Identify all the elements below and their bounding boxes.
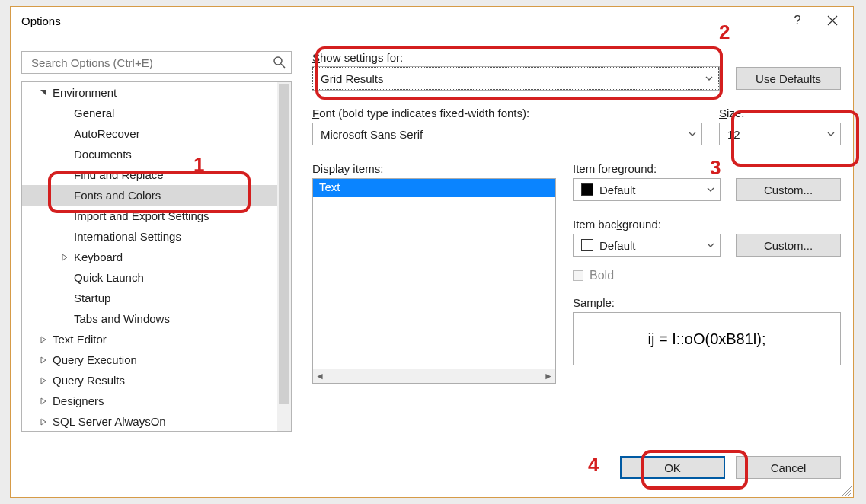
right-column: Show settings for: Grid Results Use Defa… [292, 34, 853, 497]
tree-item-label: Query Execution [53, 353, 137, 366]
tree-item-label: Find and Replace [74, 168, 164, 181]
scroll-right-icon[interactable]: ► [542, 369, 555, 383]
item-bg-combo[interactable]: Default [573, 234, 721, 257]
svg-line-6 [848, 493, 852, 496]
tree-item-international-settings[interactable]: International Settings [22, 226, 277, 247]
item-bg-label: Item background: [573, 218, 721, 231]
close-icon [827, 15, 838, 26]
close-button[interactable] [815, 8, 850, 33]
fg-value: Default [599, 183, 706, 196]
tree-item-fonts-and-colors[interactable]: Fonts and Colors [22, 185, 277, 206]
size-label: Size: [719, 107, 841, 120]
item-fg-combo[interactable]: Default [573, 178, 721, 201]
tree-item-keyboard[interactable]: Keyboard [22, 247, 277, 267]
expander-icon [39, 417, 48, 426]
expander-icon [60, 253, 69, 262]
search-icon [273, 56, 286, 69]
expander-icon [39, 335, 48, 344]
cancel-button[interactable]: Cancel [736, 456, 841, 479]
expander-icon [60, 129, 69, 139]
chevron-down-icon [688, 129, 697, 139]
expander-icon [39, 376, 48, 385]
tree-item-query-execution[interactable]: Query Execution [22, 349, 277, 370]
client-area: EnvironmentGeneralAutoRecoverDocumentsFi… [11, 34, 853, 497]
show-settings-value: Grid Results [321, 72, 705, 85]
tree-item-query-results[interactable]: Query Results [22, 370, 277, 391]
bg-swatch-icon [581, 239, 593, 251]
chevron-down-icon [705, 74, 714, 83]
bold-checkbox-row: Bold [573, 269, 841, 282]
tree-scrollbar[interactable] [277, 82, 291, 431]
tree-item-environment[interactable]: Environment [22, 82, 277, 103]
sample-label: Sample: [573, 296, 841, 309]
tree-item-label: SQL Server AlwaysOn [53, 415, 166, 428]
expander-icon [60, 171, 69, 180]
expander-icon [60, 109, 69, 118]
expander-icon [60, 212, 69, 221]
bold-checkbox [573, 270, 583, 281]
size-value: 12 [727, 128, 826, 141]
custom-bg-button[interactable]: Custom... [736, 234, 841, 257]
tree-item-startup[interactable]: Startup [22, 288, 277, 308]
svg-line-5 [845, 490, 852, 496]
sample-text: ij = I::oO(0xB81l); [647, 330, 765, 348]
expander-icon [60, 314, 69, 324]
tree-item-autorecover[interactable]: AutoRecover [22, 123, 277, 144]
tree-item-label: Keyboard [74, 250, 123, 263]
expander-icon [39, 356, 48, 365]
font-combo[interactable]: Microsoft Sans Serif [312, 123, 702, 145]
display-items-list[interactable]: Text ◄ ► [312, 178, 556, 384]
chevron-down-icon [706, 241, 715, 250]
tree-item-label: Query Results [53, 374, 125, 387]
ok-button[interactable]: OK [620, 456, 725, 479]
font-value: Microsoft Sans Serif [321, 128, 688, 141]
chevron-down-icon [706, 185, 715, 194]
left-column: EnvironmentGeneralAutoRecoverDocumentsFi… [11, 34, 292, 497]
tree-item-quick-launch[interactable]: Quick Launch [22, 267, 277, 288]
tree-item-label: Startup [74, 292, 110, 305]
use-defaults-button[interactable]: Use Defaults [736, 67, 841, 90]
search-input[interactable] [30, 56, 273, 70]
font-label: Font (bold type indicates fixed-width fo… [312, 107, 702, 120]
tree-item-documents[interactable]: Documents [22, 144, 277, 164]
tree-item-label: Environment [53, 86, 117, 99]
svg-point-2 [274, 57, 282, 65]
tree-item-label: International Settings [74, 230, 181, 243]
tree-item-label: Fonts and Colors [74, 189, 161, 202]
tree-item-label: Documents [74, 148, 132, 161]
resize-grip-icon[interactable] [839, 483, 852, 496]
options-tree[interactable]: EnvironmentGeneralAutoRecoverDocumentsFi… [21, 81, 292, 432]
bg-value: Default [599, 239, 706, 252]
fg-swatch-icon [581, 183, 593, 196]
tree-item-text-editor[interactable]: Text Editor [22, 329, 277, 349]
expander-icon [60, 273, 69, 282]
tree-item-import-and-export-settings[interactable]: Import and Export Settings [22, 206, 277, 226]
tree-item-label: AutoRecover [74, 127, 140, 140]
scroll-left-icon[interactable]: ◄ [313, 369, 327, 383]
tree-item-find-and-replace[interactable]: Find and Replace [22, 164, 277, 185]
expander-icon [60, 191, 69, 200]
options-dialog: Options ? EnvironmentGeneralAutoRecoverD… [10, 6, 854, 498]
search-box[interactable] [21, 51, 292, 74]
chevron-down-icon [826, 129, 836, 139]
tree-item-label: Import and Export Settings [74, 209, 209, 222]
expander-icon [60, 150, 69, 159]
custom-fg-button[interactable]: Custom... [736, 178, 841, 201]
size-combo[interactable]: 12 [719, 123, 841, 145]
list-hscroll[interactable]: ◄ ► [313, 369, 555, 383]
show-settings-label: Show settings for: [312, 51, 719, 64]
tree-item-general[interactable]: General [22, 103, 277, 123]
tree-item-label: Quick Launch [74, 271, 144, 284]
tree-item-label: Tabs and Windows [74, 312, 170, 325]
expander-icon [39, 397, 48, 406]
tree-item-designers[interactable]: Designers [22, 391, 277, 411]
tree-item-tabs-and-windows[interactable]: Tabs and Windows [22, 308, 277, 329]
help-button[interactable]: ? [780, 8, 815, 33]
tree-item-sql-server-alwayson[interactable]: SQL Server AlwaysOn [22, 411, 277, 431]
show-settings-combo[interactable]: Grid Results [312, 67, 719, 90]
svg-line-3 [281, 64, 285, 68]
expander-icon [39, 88, 48, 97]
tree-item-label: Designers [53, 394, 104, 407]
list-item[interactable]: Text [313, 179, 555, 197]
window-title: Options [21, 14, 780, 27]
